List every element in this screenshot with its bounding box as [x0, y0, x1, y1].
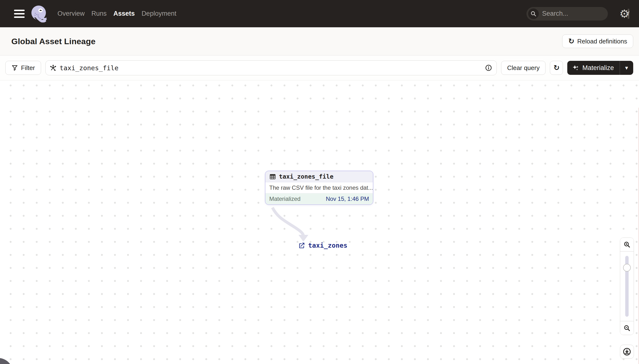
- open-in-new-icon: [298, 242, 305, 249]
- asset-query-value[interactable]: taxi_zones_file: [57, 64, 485, 72]
- materialization-time-link[interactable]: Nov 15, 1:46 PM: [326, 196, 369, 202]
- materialize-options-caret[interactable]: ▾: [620, 61, 633, 75]
- top-nav: Overview Runs Assets Deployment / ⚙: [0, 0, 639, 27]
- zoom-in-button[interactable]: [620, 238, 634, 251]
- bottom-left-partial-badge: [0, 358, 13, 364]
- page-header: Global Asset Lineage ↻ Reload definition…: [0, 27, 639, 56]
- table-icon: [269, 173, 276, 180]
- zoom-in-icon: [623, 241, 631, 248]
- zoom-out-icon: [623, 324, 631, 332]
- search-input[interactable]: [539, 10, 628, 18]
- zoom-slider-thumb[interactable]: [623, 264, 631, 272]
- refresh-icon: ↻: [553, 64, 559, 72]
- op-selection-icon: [50, 64, 57, 72]
- global-search[interactable]: /: [526, 7, 608, 20]
- clear-query-button[interactable]: Clear query: [501, 61, 545, 75]
- zoom-controls: [620, 238, 634, 335]
- settings-gear-icon[interactable]: ⚙: [619, 8, 629, 19]
- downstream-asset-name: taxi_zones: [308, 242, 348, 249]
- page-title: Global Asset Lineage: [11, 37, 96, 46]
- nav-runs[interactable]: Runs: [92, 10, 107, 18]
- status-badge: Materialized: [269, 196, 300, 202]
- hamburger-menu-icon[interactable]: [14, 10, 25, 18]
- caret-down-icon: ▾: [625, 64, 628, 71]
- asset-selection-input[interactable]: taxi_zones_file: [46, 60, 497, 75]
- asset-description: The raw CSV file for the taxi zones dat.…: [265, 182, 373, 193]
- materialize-button[interactable]: Materialize: [567, 61, 620, 75]
- asset-node-taxi-zones-file[interactable]: taxi_zones_file The raw CSV file for the…: [265, 171, 373, 205]
- nav-deployment[interactable]: Deployment: [142, 10, 176, 18]
- dagster-logo-icon[interactable]: [31, 5, 47, 22]
- materialize-split-button: Materialize ▾: [567, 61, 633, 75]
- reload-definitions-button[interactable]: ↻ Reload definitions: [562, 34, 633, 48]
- refresh-graph-button[interactable]: ↻: [550, 61, 563, 75]
- asset-node-header[interactable]: taxi_zones_file: [265, 171, 373, 182]
- query-info-icon[interactable]: [485, 64, 492, 72]
- lineage-edge: [0, 80, 639, 364]
- downstream-asset-taxi-zones[interactable]: taxi_zones: [298, 242, 348, 249]
- download-icon: [622, 347, 631, 356]
- asset-status-row: Materialized Nov 15, 1:46 PM: [265, 193, 373, 204]
- primary-nav: Overview Runs Assets Deployment: [58, 10, 176, 18]
- nav-assets[interactable]: Assets: [114, 10, 135, 18]
- nav-overview[interactable]: Overview: [58, 10, 85, 18]
- filter-button[interactable]: Filter: [5, 61, 41, 75]
- download-image-button[interactable]: [620, 345, 634, 359]
- lineage-canvas[interactable]: taxi_zones_file The raw CSV file for the…: [0, 80, 639, 364]
- sparkle-icon: [572, 64, 579, 72]
- zoom-slider[interactable]: [620, 251, 634, 321]
- asset-name: taxi_zones_file: [279, 173, 334, 180]
- lineage-toolbar: Filter taxi_zones_file Clear query ↻: [0, 56, 639, 80]
- zoom-out-button[interactable]: [620, 321, 634, 335]
- reload-icon: ↻: [568, 38, 574, 45]
- search-icon: [528, 8, 539, 19]
- funnel-icon: [11, 64, 18, 71]
